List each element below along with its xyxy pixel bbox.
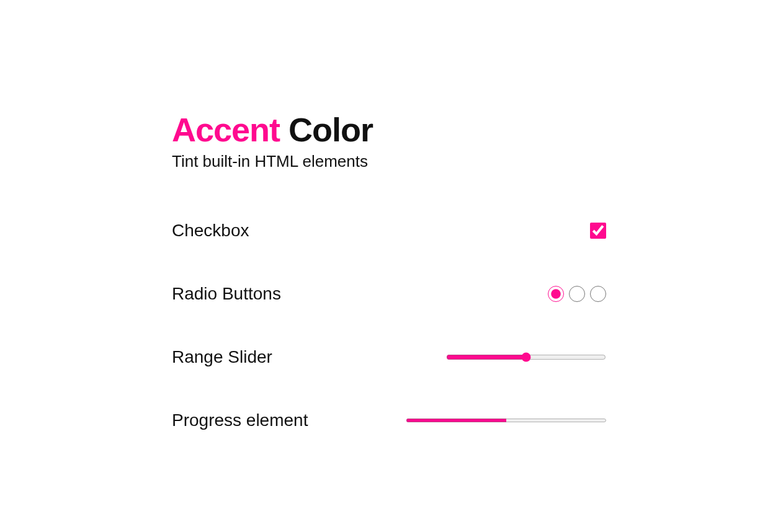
radio-label: Radio Buttons (172, 284, 281, 304)
range-slider[interactable] (446, 352, 606, 362)
radio-group (548, 286, 606, 302)
checkbox-input[interactable] (590, 223, 606, 239)
checkbox-row: Checkbox (172, 221, 606, 241)
radio-option-1[interactable] (548, 286, 564, 302)
checkbox-label: Checkbox (172, 221, 249, 241)
radio-row: Radio Buttons (172, 284, 606, 304)
progress-row: Progress element (172, 410, 606, 430)
page-title: Accent Color (172, 112, 606, 148)
page-subtitle: Tint built-in HTML elements (172, 152, 606, 171)
content-container: Accent Color Tint built-in HTML elements… (172, 112, 606, 430)
progress-label: Progress element (172, 410, 308, 430)
radio-option-3[interactable] (590, 286, 606, 302)
radio-option-2[interactable] (569, 286, 585, 302)
range-row: Range Slider (172, 347, 606, 367)
progress-bar (406, 417, 606, 424)
title-rest: Color (280, 111, 373, 148)
range-label: Range Slider (172, 347, 272, 367)
title-accent-word: Accent (172, 111, 280, 148)
